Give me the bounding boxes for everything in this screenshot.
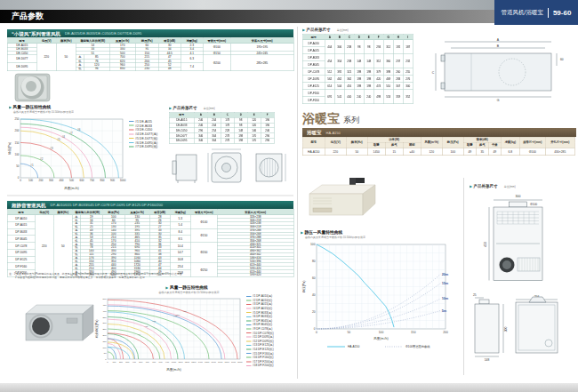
legend-label: #3 DE-C050 <box>135 128 152 132</box>
dp-spec-table: 型号电压(V)频率(Hz)额定输入总功率(W)静压(Pa)风量(m³/h)噪音(… <box>7 209 293 276</box>
dp-performance-chart: 0100200300400500600700800900100011001200… <box>94 294 244 372</box>
page-top-strip <box>0 0 578 10</box>
table-cell: 10.4 <box>170 243 190 250</box>
svg-text:200: 200 <box>103 334 108 337</box>
svg-text:200: 200 <box>14 129 19 132</box>
table-cell: DE-D095 <box>169 138 194 143</box>
table-cell: 830 <box>109 67 135 70</box>
table-cell: 512 <box>325 68 334 76</box>
svg-text:1200: 1200 <box>185 361 190 364</box>
svg-text:400: 400 <box>132 361 137 364</box>
svg-text:40: 40 <box>312 293 316 297</box>
table-cell: DP-D095 <box>7 249 35 256</box>
table-cell: 562 <box>325 76 334 83</box>
dp-dimension-drawing: ABC60G <box>418 36 576 103</box>
table-cell: 346 <box>194 138 207 143</box>
table-cell: Φ100 <box>190 215 217 228</box>
table-cell: DP-C078 <box>302 68 325 76</box>
table-cell: 148 <box>364 54 373 68</box>
legend-label: #2 DE-B033 <box>135 124 152 127</box>
table-cell: 6.3 <box>181 55 203 63</box>
svg-text:1600: 1600 <box>212 361 217 364</box>
svg-text:#1: #1 <box>30 164 34 167</box>
column-header: 静压(Pa) <box>442 137 463 148</box>
svg-text:200: 200 <box>38 179 43 182</box>
bath-bar-model: HA-A150 <box>326 131 341 135</box>
svg-text:300: 300 <box>103 322 108 324</box>
table-cell: 237 <box>393 54 403 68</box>
svg-text:100: 100 <box>103 347 108 349</box>
column-header: 接管尺寸(mm) <box>519 137 545 148</box>
table-cell: 300 <box>403 83 413 90</box>
table-cell: 96 <box>84 67 109 70</box>
svg-text:#4: #4 <box>62 135 66 139</box>
svg-text:G: G <box>497 99 500 102</box>
svg-text:1000: 1000 <box>172 361 177 364</box>
svg-text:0: 0 <box>314 327 316 331</box>
header-row: 型号电压(V)频率(Hz)功率(W)风量(m³/h)静压(Pa)噪音(dB)净重… <box>302 137 574 142</box>
table-cell: Φ100 <box>203 44 230 52</box>
table-cell: 98 <box>364 40 373 54</box>
legend-swatch <box>246 332 252 333</box>
svg-text:900: 900 <box>165 361 170 364</box>
table-cell: 35 <box>476 148 488 156</box>
table-cell: 510 <box>383 83 393 90</box>
table-cell: 198 <box>354 83 364 90</box>
table-cell: ≤40 <box>403 148 421 156</box>
table-cell: 148 <box>354 54 364 68</box>
table-cell: 504 <box>334 83 344 90</box>
table-cell: DP-D095 <box>302 76 325 83</box>
table-row: DP-B033454354238148148312360237232 <box>302 54 413 61</box>
bath-bar-title: 浴暖宝 <box>307 129 322 136</box>
dp-dims-title: 产品外形尺寸 <box>307 28 331 32</box>
bath-performance-chart: 05010015020002040608010020m15m10m5m风量(m³… <box>301 240 459 352</box>
table-cell: DP-B033 <box>7 228 35 236</box>
table-cell: 238 <box>344 40 354 54</box>
table-cell: Φ100 <box>519 148 545 156</box>
legend-label: #18 DP-F200(低) <box>253 364 274 368</box>
table-row: DP-C078512392321198198379398260255 <box>302 68 413 76</box>
dp-dims-table: 型号ABCDEFGHIDP-A0104043062389898294312192… <box>302 34 414 104</box>
svg-text:300: 300 <box>125 361 130 364</box>
de-dims-table: 型号ABCDEFDE-A01524620417898120196DE-B0332… <box>169 112 276 143</box>
table-cell: 541 <box>334 90 344 104</box>
column-header: 电压(V) <box>325 137 346 148</box>
dp-fan-image <box>18 299 94 345</box>
section-divider <box>7 195 293 196</box>
table-cell: 469 <box>383 76 393 83</box>
table-cell: 416 <box>344 83 354 90</box>
legend-swatch <box>246 340 252 341</box>
table-cell: 14.7 <box>170 249 190 256</box>
table-cell: 232 <box>403 54 413 68</box>
de-performance-chart: 0100200300400500600700800900100005010015… <box>7 115 126 191</box>
dp-series-title-bar: 超静音管道风机 DP-A010/015 DP-B033/045 DP-C078 … <box>7 201 293 209</box>
svg-text:#11: #11 <box>144 325 148 328</box>
svg-text:100: 100 <box>28 179 33 182</box>
table-cell: 187 <box>403 40 413 54</box>
de-chart-subtitle: 曲线内风管长度相当于横线系数 ζ0.50时的配管状态 <box>13 110 187 115</box>
svg-text:450: 450 <box>103 304 108 307</box>
svg-text:1500: 1500 <box>205 361 210 364</box>
table-cell: 240 <box>354 90 364 104</box>
svg-text:500: 500 <box>139 361 143 364</box>
table-cell: 48 <box>158 67 181 70</box>
svg-text:2000: 2000 <box>237 361 243 364</box>
legend-swatch <box>246 345 252 346</box>
legend-swatch <box>246 316 252 317</box>
svg-text:20m: 20m <box>442 273 449 276</box>
svg-text:250: 250 <box>14 117 19 121</box>
table-cell: 283 <box>393 76 403 83</box>
legend-swatch <box>246 312 252 313</box>
table-cell: 8.5 <box>170 236 190 243</box>
table-cell: 312 <box>383 40 393 54</box>
table-cell: DP-A010 <box>302 40 325 47</box>
svg-text:100: 100 <box>112 361 116 364</box>
legend-swatch <box>129 133 134 134</box>
legend-swatch <box>246 365 252 366</box>
svg-text:风量(m³/h): 风量(m³/h) <box>166 368 181 372</box>
svg-text:60: 60 <box>312 276 316 280</box>
table-cell: 614 <box>325 83 334 90</box>
svg-text:25: 25 <box>473 293 477 297</box>
table-cell: 362 <box>344 76 354 83</box>
svg-text:100: 100 <box>14 153 19 156</box>
